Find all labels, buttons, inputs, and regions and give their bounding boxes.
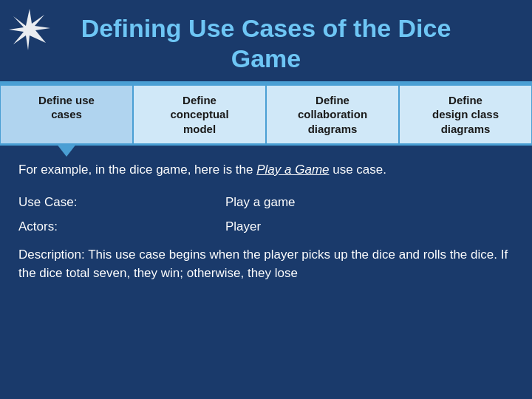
use-case-row: Use Case: Play a game bbox=[18, 193, 514, 212]
intro-prefix: For example, in the dice game, here is t… bbox=[18, 163, 256, 177]
intro-italic: Play a Game bbox=[256, 163, 329, 177]
use-case-value: Play a game bbox=[225, 193, 514, 212]
step-cell-1: Define usecases bbox=[0, 85, 133, 145]
actors-value: Player bbox=[225, 217, 514, 236]
title-line1: Defining Use Cases of the Dice bbox=[81, 14, 451, 42]
intro-suffix: use case. bbox=[330, 163, 387, 177]
actors-label: Actors: bbox=[18, 217, 225, 236]
step-cell-3: Definecollaborationdiagrams bbox=[266, 85, 399, 145]
slide: Defining Use Cases of the Dice Game Defi… bbox=[0, 0, 532, 399]
svg-marker-0 bbox=[9, 9, 50, 50]
actors-row: Actors: Player bbox=[18, 217, 514, 236]
title-area: Defining Use Cases of the Dice Game bbox=[0, 0, 532, 81]
steps-row: Define usecases Defineconceptualmodel De… bbox=[0, 83, 532, 146]
title-line2: Game bbox=[231, 44, 301, 72]
step-cell-2: Defineconceptualmodel bbox=[133, 85, 266, 145]
slide-title: Defining Use Cases of the Dice Game bbox=[59, 13, 473, 74]
intro-text: For example, in the dice game, here is t… bbox=[18, 160, 514, 180]
step-cell-4: Definedesign classdiagrams bbox=[399, 85, 532, 145]
use-case-label: Use Case: bbox=[18, 193, 225, 212]
content-area: For example, in the dice game, here is t… bbox=[0, 146, 532, 294]
star-decoration bbox=[7, 7, 52, 52]
description-text: Description: This use case begins when t… bbox=[18, 245, 514, 283]
